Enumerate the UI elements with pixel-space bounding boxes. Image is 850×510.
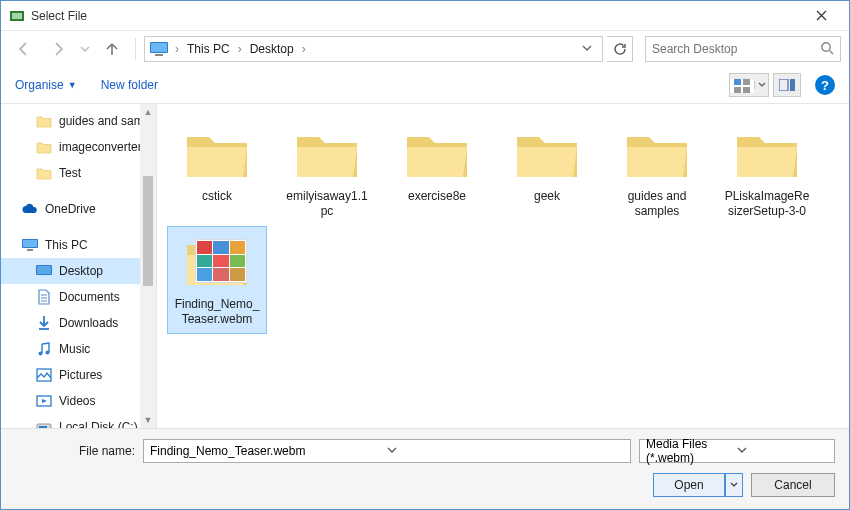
tree-item-desktop[interactable]: Desktop [1, 258, 156, 284]
search-input[interactable] [652, 42, 820, 56]
refresh-button[interactable] [607, 36, 633, 62]
pictures-icon [35, 367, 53, 383]
folder-icon [181, 125, 253, 183]
scroll-up-icon[interactable]: ▲ [140, 104, 156, 120]
monitor-icon [149, 40, 169, 58]
address-bar[interactable]: › This PC › Desktop › [144, 36, 603, 62]
tree-label: Videos [59, 394, 95, 408]
folder-icon [511, 125, 583, 183]
open-button-group: Open [653, 473, 743, 497]
nav-separator [135, 38, 136, 60]
svg-rect-6 [734, 79, 741, 85]
sidebar: guides and samp imageconverterc Test One… [1, 104, 157, 428]
tree-item-music[interactable]: Music [1, 336, 156, 362]
tree-item-onedrive[interactable]: OneDrive [1, 196, 156, 222]
breadcrumb-root[interactable]: This PC [185, 42, 232, 56]
footer-panel: File name: Finding_Nemo_Teaser.webm Medi… [1, 428, 849, 509]
title-bar: Select File [1, 1, 849, 31]
svg-rect-13 [23, 240, 37, 247]
open-dropdown[interactable] [725, 473, 743, 497]
thumbnail-grid-icon [195, 239, 247, 283]
filetype-filter[interactable]: Media Files (*.webm) [639, 439, 835, 463]
file-item[interactable]: PLiskaImageResizerSetup-3-0 [717, 118, 817, 226]
svg-rect-7 [743, 79, 750, 85]
address-dropdown[interactable] [576, 42, 598, 56]
file-label: cstick [202, 189, 232, 204]
svg-rect-10 [779, 79, 788, 91]
tree-label: Pictures [59, 368, 102, 382]
file-item[interactable]: exercise8e [387, 118, 487, 226]
back-button[interactable] [9, 34, 39, 64]
chevron-down-icon[interactable] [754, 81, 768, 89]
tree-label: OneDrive [45, 202, 96, 216]
svg-rect-11 [790, 79, 795, 91]
close-button[interactable] [801, 3, 841, 29]
filename-combo[interactable]: Finding_Nemo_Teaser.webm [143, 439, 631, 463]
svg-rect-14 [27, 249, 33, 251]
recent-dropdown[interactable] [77, 34, 93, 64]
svg-point-5 [822, 42, 830, 50]
breadcrumb-folder[interactable]: Desktop [248, 42, 296, 56]
folder-icon [35, 165, 53, 181]
forward-button[interactable] [43, 34, 73, 64]
scroll-down-icon[interactable]: ▼ [140, 412, 156, 428]
tree-item-documents[interactable]: Documents [1, 284, 156, 310]
tree-item-videos[interactable]: Videos [1, 388, 156, 414]
downloads-icon [35, 315, 53, 331]
tree-item-downloads[interactable]: Downloads [1, 310, 156, 336]
organize-menu[interactable]: Organise ▼ [15, 78, 77, 92]
file-item[interactable]: emilyisaway1.1 pc [277, 118, 377, 226]
tree-label: guides and samp [59, 114, 150, 128]
tree-label: Local Disk (C:) [59, 420, 138, 428]
up-button[interactable] [97, 34, 127, 64]
tree-label: Downloads [59, 316, 118, 330]
folder-icon [621, 125, 693, 183]
tree-item-local-disk[interactable]: Local Disk (C:) [1, 414, 156, 428]
main-area: guides and samp imageconverterc Test One… [1, 103, 849, 428]
help-button[interactable]: ? [815, 75, 835, 95]
file-grid[interactable]: cstickemilyisaway1.1 pcexercise8egeekgui… [157, 104, 849, 428]
tree-item[interactable]: guides and samp [1, 108, 156, 134]
tree-label: Music [59, 342, 90, 356]
svg-point-18 [46, 351, 50, 355]
sidebar-scrollbar[interactable]: ▲ ▼ [140, 104, 156, 428]
svg-rect-4 [155, 54, 163, 56]
chevron-down-icon[interactable] [737, 444, 828, 458]
tree-item[interactable]: Test [1, 160, 156, 186]
cancel-button[interactable]: Cancel [751, 473, 835, 497]
file-item[interactable]: guides and samples [607, 118, 707, 226]
tree-label: Documents [59, 290, 120, 304]
chevron-down-icon: ▼ [68, 80, 77, 90]
tree-label: This PC [45, 238, 88, 252]
file-item[interactable]: cstick [167, 118, 267, 226]
tree-item-thispc[interactable]: This PC [1, 232, 156, 258]
chevron-down-icon[interactable] [387, 444, 624, 458]
open-button[interactable]: Open [653, 473, 725, 497]
tree-label: Test [59, 166, 81, 180]
chevron-right-icon: › [236, 42, 244, 56]
preview-pane-button[interactable] [773, 73, 801, 97]
svg-point-17 [39, 352, 43, 356]
file-label: guides and samples [612, 189, 702, 219]
app-icon [9, 8, 25, 24]
tree-label: imageconverterc [59, 140, 148, 154]
window-title: Select File [31, 9, 801, 23]
filename-value: Finding_Nemo_Teaser.webm [150, 444, 387, 458]
search-box[interactable] [645, 36, 841, 62]
nav-row: › This PC › Desktop › [1, 31, 849, 67]
scroll-thumb[interactable] [143, 176, 153, 286]
tree-item[interactable]: imageconverterc [1, 134, 156, 160]
view-mode-button[interactable] [729, 73, 769, 97]
file-label: Finding_Nemo_Teaser.webm [172, 297, 262, 327]
svg-rect-1 [12, 13, 22, 19]
file-item[interactable]: Finding_Nemo_Teaser.webm [167, 226, 267, 334]
chevron-right-icon: › [173, 42, 181, 56]
desktop-icon [35, 263, 53, 279]
toolbar: Organise ▼ New folder ? [1, 67, 849, 103]
tree-item-pictures[interactable]: Pictures [1, 362, 156, 388]
new-folder-button[interactable]: New folder [101, 78, 158, 92]
videos-icon [35, 393, 53, 409]
file-label: exercise8e [408, 189, 466, 204]
folder-icon [35, 113, 53, 129]
file-item[interactable]: geek [497, 118, 597, 226]
